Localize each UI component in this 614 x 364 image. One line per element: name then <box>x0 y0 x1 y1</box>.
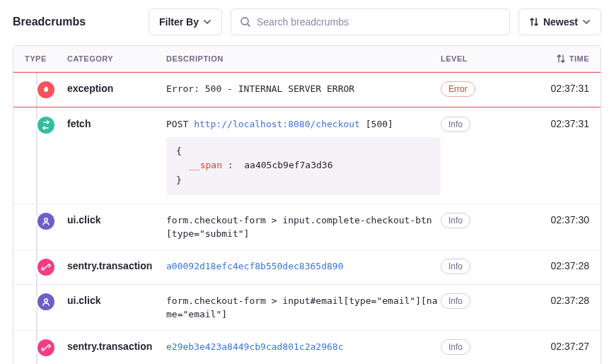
col-time: TIME <box>519 54 589 63</box>
time-cell: 02:37:28 <box>519 259 589 271</box>
description-cell: POST http://localhost:8080/checkout [500… <box>166 117 441 195</box>
category-cell: sentry.transaction <box>67 339 166 352</box>
time-cell: 02:37:28 <box>519 293 589 306</box>
code-block: {__span : aa405cb9ef7a3d36} <box>166 137 441 195</box>
level-cell: Info <box>441 293 519 309</box>
category-cell: ui.click <box>67 293 166 306</box>
level-cell: Info <box>441 259 519 274</box>
type-cell <box>25 293 67 310</box>
col-category: CATEGORY <box>67 54 166 63</box>
col-type: TYPE <box>25 54 67 63</box>
time-cell: 02:37:31 <box>519 81 589 94</box>
chevron-down-icon <box>582 18 591 26</box>
level-cell: Info <box>441 339 519 355</box>
description-cell: a00092d18efc4ecf8b550dec8365d890 <box>166 259 441 274</box>
link-icon <box>37 339 54 356</box>
sort-icon <box>529 17 539 27</box>
breadcrumbs-header: Breadcrumbs Filter By Newest <box>13 8 601 35</box>
type-cell <box>25 259 67 276</box>
search-icon <box>240 16 251 28</box>
description-cell: form.checkout-form > input#email[type="e… <box>166 293 441 322</box>
user-icon <box>37 213 54 230</box>
swap-icon <box>557 54 565 63</box>
level-cell: Info <box>441 117 519 132</box>
level-badge: Error <box>441 81 475 97</box>
sort-button[interactable]: Newest <box>519 8 601 35</box>
level-cell: Error <box>441 81 519 97</box>
time-cell: 02:37:30 <box>519 213 589 225</box>
time-cell: 02:37:31 <box>519 117 589 129</box>
table-row[interactable]: ui.clickform.checkout-form > input.compl… <box>13 204 601 249</box>
level-badge: Info <box>441 339 470 355</box>
level-badge: Info <box>441 213 470 228</box>
category-cell: fetch <box>67 117 166 129</box>
search-input-wrap[interactable] <box>231 8 510 35</box>
svg-point-2 <box>45 299 47 302</box>
sort-label: Newest <box>543 16 578 28</box>
type-cell <box>25 81 67 98</box>
table-row[interactable]: fetchPOST http://localhost:8080/checkout… <box>13 107 601 204</box>
chevron-down-icon <box>203 18 212 26</box>
category-cell: ui.click <box>67 213 166 225</box>
category-cell: sentry.transaction <box>67 259 166 271</box>
filter-by-button[interactable]: Filter By <box>149 8 222 35</box>
level-badge: Info <box>441 293 470 309</box>
filter-by-label: Filter By <box>159 16 199 28</box>
breadcrumbs-table: TYPE CATEGORY DESCRIPTION LEVEL TIME exc… <box>13 45 601 364</box>
type-cell <box>25 339 67 356</box>
type-cell <box>25 117 67 134</box>
table-row[interactable]: sentry.transactiona00092d18efc4ecf8b550d… <box>13 249 601 284</box>
table-header: TYPE CATEGORY DESCRIPTION LEVEL TIME <box>13 46 601 72</box>
user-icon <box>37 293 54 310</box>
col-description: DESCRIPTION <box>166 54 441 63</box>
svg-point-1 <box>45 218 47 221</box>
search-input[interactable] <box>257 16 501 28</box>
swap-icon <box>37 117 54 134</box>
table-body: exceptionError: 500 - INTERNAL SERVER ER… <box>13 72 601 364</box>
level-badge: Info <box>441 117 470 132</box>
col-level: LEVEL <box>441 54 519 63</box>
category-cell: exception <box>67 81 166 94</box>
time-cell: 02:37:27 <box>519 339 589 352</box>
description-cell: form.checkout-form > input.complete-chec… <box>166 213 441 241</box>
level-cell: Info <box>441 213 519 228</box>
link-icon <box>37 259 54 276</box>
table-row[interactable]: ui.clickform.checkout-form > input#email… <box>13 284 601 330</box>
table-row[interactable]: exceptionError: 500 - INTERNAL SERVER ER… <box>13 72 601 107</box>
type-cell <box>25 213 67 230</box>
page-title: Breadcrumbs <box>13 16 86 28</box>
flame-icon <box>37 81 54 98</box>
description-cell: Error: 500 - INTERNAL SERVER ERROR <box>166 81 441 96</box>
description-cell: e29eb3e423a8449cb9cad801c2a2968c <box>166 339 441 354</box>
table-row[interactable]: sentry.transactione29eb3e423a8449cb9cad8… <box>13 330 601 364</box>
level-badge: Info <box>441 259 470 274</box>
